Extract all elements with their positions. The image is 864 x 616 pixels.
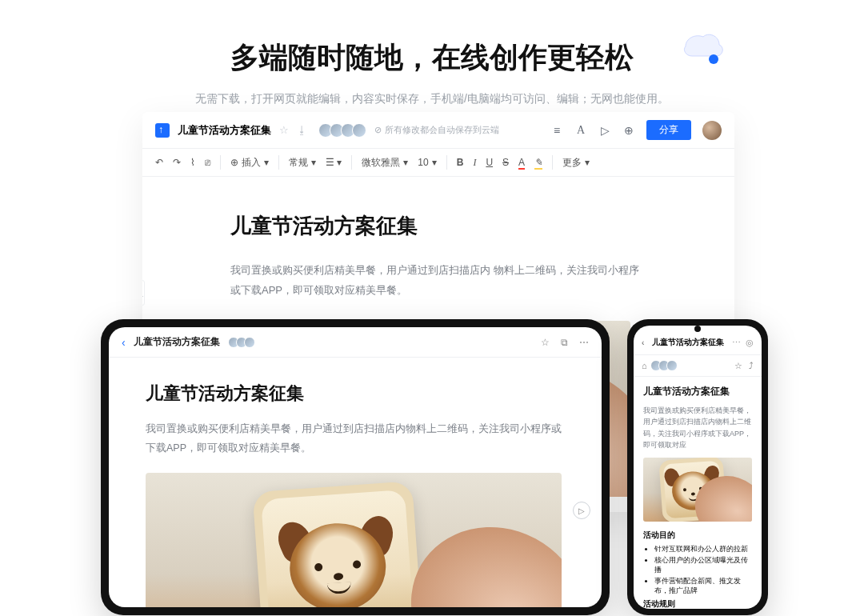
line-height-icon[interactable]: ☰ ▾ <box>326 157 342 168</box>
more-icon[interactable]: ⋯ <box>732 338 741 348</box>
paragraph-style-select[interactable]: 常规 ▾ <box>289 156 316 170</box>
hero-title: 多端随时随地，在线创作更轻松 <box>0 38 864 78</box>
move-folder-icon[interactable]: ⭳ <box>297 124 307 136</box>
doc-paragraph: 我司置换或购买便利店精美早餐，用户通过到店扫描店内物料上二维码，关注我司小程序或… <box>146 420 565 458</box>
separator <box>351 155 352 170</box>
star-icon[interactable]: ☆ <box>734 361 742 371</box>
text-style-icon[interactable]: A <box>574 124 587 137</box>
app-logo-icon <box>155 123 170 138</box>
open-external-icon[interactable]: ⧉ <box>561 337 568 348</box>
list-item: 核心用户的办公区域曝光及传播 <box>654 555 752 574</box>
more-menu[interactable]: 更多 ▾ <box>562 156 590 170</box>
clear-format-icon[interactable]: ⎚ <box>205 157 210 168</box>
list-item: 事件营销配合新闻、推文发布，推广品牌 <box>654 576 752 595</box>
autosave-note: ⊘ 所有修改都会自动保存到云端 <box>374 124 499 136</box>
purpose-list: 针对互联网和办公人群的拉新 核心用户的办公区域曝光及传播 事件营销配合新闻、推文… <box>643 544 752 596</box>
collaborator-avatars[interactable] <box>318 123 366 138</box>
doc-heading: 儿童节活动方案征集 <box>643 385 752 398</box>
share-button[interactable]: 分享 <box>646 120 691 140</box>
doc-image[interactable] <box>146 473 562 608</box>
undo-icon[interactable]: ↶ <box>155 157 163 168</box>
tablet-body[interactable]: 儿童节活动方案征集 我司置换或购买便利店精美早餐，用户通过到店扫描店内物料上二维… <box>109 358 602 607</box>
separator <box>552 155 553 170</box>
tablet-header: ‹ 儿童节活动方案征集 ☆ ⧉ ⋯ <box>109 327 602 358</box>
blue-dot-accent <box>709 54 718 64</box>
bold-icon[interactable]: B <box>457 157 464 168</box>
home-icon[interactable]: ⌂ <box>642 361 647 370</box>
star-icon[interactable]: ☆ <box>541 337 550 348</box>
phone-doc-title: 儿童节活动方案征集 <box>652 337 724 348</box>
section-heading-rules: 活动规则 <box>643 598 752 609</box>
editor-toolbar: ↶ ↷ ⌇ ⎚ ⊕ 插入 ▾ 常规 ▾ ☰ ▾ 微软雅黑 ▾ 10 ▾ B I … <box>142 149 734 177</box>
tablet-device: ‹ 儿童节活动方案征集 ☆ ⧉ ⋯ 儿童节活动方案征集 我司置换或购买便利店精美… <box>101 319 610 615</box>
tablet-screen: ‹ 儿童节活动方案征集 ☆ ⧉ ⋯ 儿童节活动方案征集 我司置换或购买便利店精美… <box>109 327 602 607</box>
underline-icon[interactable]: U <box>486 157 493 168</box>
header-actions: ≡ A ▷ ⊕ 分享 <box>550 120 722 140</box>
more-icon[interactable]: ⋯ <box>579 337 589 348</box>
separator <box>278 155 279 170</box>
outline-tab[interactable]: 目录 <box>142 280 145 306</box>
target-icon[interactable]: ◎ <box>746 338 754 348</box>
font-family-select[interactable]: 微软雅黑 ▾ <box>362 156 408 170</box>
insert-menu[interactable]: ⊕ 插入 ▾ <box>230 156 269 170</box>
format-paint-icon[interactable]: ⌇ <box>190 157 195 168</box>
document-title[interactable]: 儿童节活动方案征集 <box>178 123 271 138</box>
collaborator-avatars[interactable] <box>650 360 678 371</box>
phone-body[interactable]: 儿童节活动方案征集 我司置换或购买便利店精美早餐，用户通过到店扫描店内物料上二维… <box>634 377 762 609</box>
highlight-color-icon[interactable]: ✎ <box>534 157 542 168</box>
tablet-doc-title: 儿童节活动方案征集 <box>134 335 220 349</box>
font-size-select[interactable]: 10 ▾ <box>418 157 436 168</box>
share-icon[interactable]: ⤴ <box>749 361 754 371</box>
play-circle-icon[interactable]: ▷ <box>573 502 590 519</box>
redo-icon[interactable]: ↷ <box>173 157 181 168</box>
phone-screen: ‹ 儿童节活动方案征集 ⋯ ◎ ⌂ ☆ ⤴ 儿童节活动方案征集 我司置换或购买便… <box>634 326 762 609</box>
play-circle-icon[interactable]: ▷ <box>598 124 611 137</box>
doc-paragraph: 我司置换或购买便利店精美早餐，用户通过到店扫描店内物料上二维码，关注我司小程序或… <box>643 405 752 451</box>
star-icon[interactable]: ☆ <box>279 124 289 136</box>
list-icon[interactable]: ≡ <box>550 124 563 137</box>
add-user-icon[interactable]: ⊕ <box>622 124 635 137</box>
section-heading-purpose: 活动目的 <box>643 530 752 541</box>
doc-heading: 儿童节活动方案征集 <box>146 382 565 406</box>
phone-header: ‹ 儿童节活动方案征集 ⋯ ◎ <box>634 334 762 355</box>
font-color-icon[interactable]: A <box>518 157 525 168</box>
desktop-header: 儿童节活动方案征集 ☆ ⭳ ⊘ 所有修改都会自动保存到云端 ≡ A ▷ ⊕ 分享 <box>142 112 734 149</box>
list-item: 针对互联网和办公人群的拉新 <box>654 544 752 554</box>
italic-icon[interactable]: I <box>473 157 476 169</box>
doc-heading: 儿童节活动方案征集 <box>230 212 646 240</box>
doc-paragraph: 我司置换或购买便利店精美早餐，用户通过到店扫描店内 物料上二维码，关注我司小程序… <box>230 261 646 300</box>
phone-device: ‹ 儿童节活动方案征集 ⋯ ◎ ⌂ ☆ ⤴ 儿童节活动方案征集 我司置换或购买便… <box>627 319 768 615</box>
separator <box>220 155 221 170</box>
back-icon[interactable]: ‹ <box>642 338 644 347</box>
check-circle-icon: ⊘ <box>374 125 382 135</box>
separator <box>446 155 447 170</box>
hero-subtitle: 无需下载，打开网页就能编辑，内容实时保存，手机端/电脑端均可访问、编辑；无网也能… <box>0 92 864 106</box>
user-avatar[interactable] <box>702 121 722 140</box>
strikethrough-icon[interactable]: S <box>502 157 509 168</box>
back-icon[interactable]: ‹ <box>122 336 126 349</box>
phone-collab-bar: ⌂ ☆ ⤴ <box>634 355 762 377</box>
doc-image[interactable] <box>643 458 752 522</box>
phone-camera <box>694 326 701 332</box>
collaborator-avatars[interactable] <box>228 337 255 348</box>
